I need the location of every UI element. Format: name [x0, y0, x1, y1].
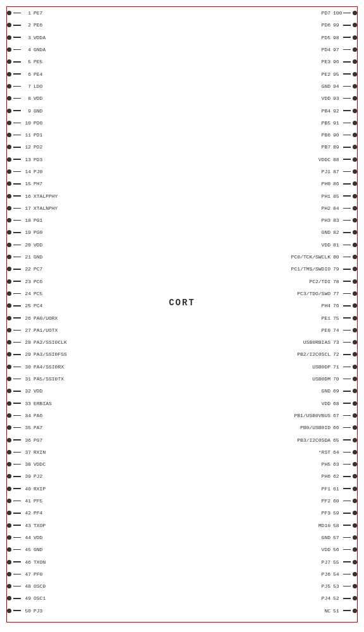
- pin-row-right: 54 PJ6: [231, 568, 357, 580]
- pin-dot: [353, 11, 357, 15]
- pin-label: PB6: [322, 132, 331, 138]
- pin-number: 66: [333, 425, 343, 430]
- pin-dot: [7, 59, 11, 64]
- pin-line: [343, 257, 351, 258]
- pin-row-left: 24 PC5: [7, 288, 133, 300]
- pin-dot: [7, 487, 11, 491]
- pin-number: 1: [21, 10, 31, 16]
- pin-dot: [353, 328, 357, 332]
- pin-row-right: 63 PH5: [231, 458, 357, 470]
- pin-line: [343, 415, 351, 416]
- pin-label: PA1/UOTX: [33, 327, 58, 333]
- pin-label: GND: [322, 388, 331, 394]
- pin-label: PH4: [322, 303, 331, 308]
- pin-row-left: 2 PE6: [7, 19, 133, 31]
- pin-number: 37: [21, 449, 31, 455]
- pin-line: [343, 195, 351, 197]
- pin-line: [13, 245, 21, 246]
- pin-label: PH0: [322, 181, 331, 186]
- pin-label: PJ2: [33, 473, 42, 479]
- pin-line: [13, 135, 21, 136]
- pin-line: [343, 586, 351, 587]
- pin-label: VDD: [33, 242, 42, 248]
- pin-label: NC: [324, 608, 331, 614]
- pin-line: [13, 488, 21, 489]
- pin-dot: [353, 157, 357, 162]
- pin-line: [343, 610, 351, 611]
- pin-row-right: 75 PE1: [231, 312, 357, 324]
- pin-label: PA4/SSI0RX: [33, 364, 64, 370]
- pin-dot: [7, 547, 11, 552]
- pin-number: 25: [21, 303, 31, 308]
- pin-row-right: 66 PB0/USB0ID: [231, 422, 357, 434]
- pin-dot: [7, 450, 11, 454]
- pin-number: 51: [333, 608, 343, 614]
- pin-row-left: 42 PF4: [7, 507, 133, 519]
- pin-number: 90: [333, 132, 343, 138]
- pin-row-right: 64 *RST: [231, 446, 357, 458]
- pin-dot: [7, 328, 11, 332]
- pin-number: 36: [21, 437, 31, 443]
- pin-dot: [353, 59, 357, 64]
- pin-number: 72: [333, 351, 343, 357]
- pin-number: 92: [333, 108, 343, 114]
- pin-line: [13, 147, 21, 148]
- pin-label: PC6: [33, 279, 42, 284]
- pin-dot: [7, 145, 11, 149]
- pin-line: [343, 86, 351, 87]
- pin-dot: [353, 121, 357, 125]
- pin-label: PF4: [33, 510, 42, 516]
- pin-number: 28: [21, 339, 31, 345]
- pin-dot: [7, 230, 11, 234]
- pin-label: PH1: [322, 193, 331, 199]
- pin-number: 70: [333, 376, 343, 382]
- pin-dot: [353, 389, 357, 393]
- pin-line: [343, 305, 351, 307]
- pin-line: [13, 257, 21, 258]
- pin-line: [343, 561, 351, 562]
- pin-row-left: 31 PA5/SSI0TX: [7, 373, 133, 385]
- pin-number: 54: [333, 571, 343, 577]
- pin-label: VDD: [322, 401, 331, 406]
- pin-line: [13, 379, 21, 380]
- pin-line: [13, 317, 21, 319]
- pin-dot: [353, 291, 357, 296]
- pin-number: 61: [333, 486, 343, 492]
- pin-label: PG7: [33, 437, 42, 443]
- pin-line: [343, 171, 351, 173]
- pin-line: [13, 537, 21, 538]
- pin-label: GND: [33, 547, 42, 552]
- pin-label: PB7: [322, 144, 331, 150]
- pin-line: [13, 354, 21, 355]
- pin-dot: [7, 572, 11, 576]
- pin-number: 9: [21, 108, 31, 114]
- pin-dot: [353, 243, 357, 247]
- pin-dot: [353, 560, 357, 564]
- pin-dot: [7, 291, 11, 296]
- pin-label: PA0/UORX: [33, 315, 58, 321]
- pin-row-right: 74 PE0: [231, 324, 357, 336]
- pin-number: 89: [333, 144, 343, 150]
- pin-dot: [7, 169, 11, 174]
- pin-number: 27: [21, 327, 31, 333]
- pin-row-left: 20 VDD: [7, 239, 133, 251]
- pin-number: 83: [333, 217, 343, 223]
- pin-label: PE7: [33, 10, 42, 16]
- pin-row-right: 91 PB5: [231, 117, 357, 129]
- pin-dot: [353, 206, 357, 210]
- pin-line: [13, 98, 21, 99]
- pin-label: OSC1: [33, 595, 46, 601]
- pin-line: [13, 598, 21, 599]
- pin-row-right: 53 PJ5: [231, 580, 357, 592]
- pin-dot: [7, 11, 11, 15]
- pin-line: [13, 269, 21, 270]
- pin-line: [13, 501, 21, 502]
- pin-dot: [7, 523, 11, 528]
- pin-row-left: 18 PG1: [7, 214, 133, 226]
- pin-line: [13, 305, 21, 307]
- pin-row-right: 60 PF2: [231, 495, 357, 507]
- pin-row-left: 35 PA7: [7, 422, 133, 434]
- pin-label: PJ1: [322, 169, 331, 174]
- pin-line: [343, 110, 351, 111]
- pin-row-right: 59 PF3: [231, 507, 357, 519]
